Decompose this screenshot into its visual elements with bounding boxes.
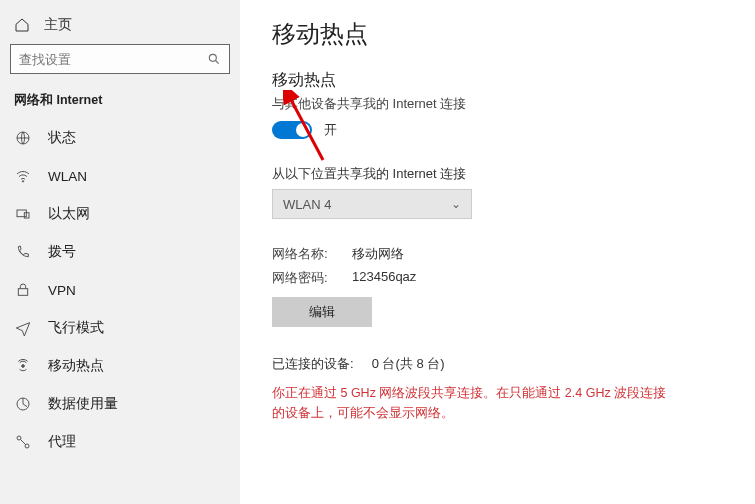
sidebar-item-wlan[interactable]: WLAN [0,157,240,195]
sidebar-item-ethernet[interactable]: 以太网 [0,195,240,233]
share-description: 与其他设备共享我的 Internet 连接 [272,95,755,113]
search-icon [207,52,221,66]
sidebar-item-label: 拨号 [48,243,76,261]
sidebar-item-label: 代理 [48,433,76,451]
sidebar-item-airplane[interactable]: 飞行模式 [0,309,240,347]
wifi-icon [14,167,32,185]
search-input[interactable] [19,52,207,67]
share-from-dropdown[interactable]: WLAN 4 ⌄ [272,189,472,219]
sidebar-item-label: 移动热点 [48,357,104,375]
sidebar-item-proxy[interactable]: 代理 [0,423,240,461]
svg-point-7 [22,365,25,368]
net-pass-label: 网络密码: [272,269,352,287]
sidebar-section-title: 网络和 Internet [0,86,240,119]
hotspot-icon [14,357,32,375]
svg-rect-6 [18,289,27,296]
chevron-down-icon: ⌄ [451,197,461,211]
status-icon [14,129,32,147]
sidebar-item-dialup[interactable]: 拨号 [0,233,240,271]
share-from-label: 从以下位置共享我的 Internet 连接 [272,165,755,183]
toggle-state-label: 开 [324,121,337,139]
home-link[interactable]: 主页 [0,10,240,44]
ethernet-icon [14,205,32,223]
sidebar-item-label: WLAN [48,169,87,184]
search-input-wrap[interactable] [10,44,230,74]
sidebar-item-label: 状态 [48,129,76,147]
home-label: 主页 [44,16,72,34]
sidebar: 主页 网络和 Internet 状态 WLAN 以太网 拨号 [0,0,240,504]
page-title: 移动热点 [272,18,755,50]
content-pane: 移动热点 移动热点 与其他设备共享我的 Internet 连接 开 从以下位置共… [240,0,755,504]
airplane-icon [14,319,32,337]
sidebar-item-label: 飞行模式 [48,319,104,337]
sidebar-item-label: 数据使用量 [48,395,118,413]
vpn-icon [14,281,32,299]
datausage-icon [14,395,32,413]
dropdown-value: WLAN 4 [283,197,331,212]
sidebar-item-label: 以太网 [48,205,90,223]
hotspot-toggle[interactable] [272,121,312,139]
section-title: 移动热点 [272,70,755,91]
net-pass-value: 123456qaz [352,269,416,287]
warning-text: 你正在通过 5 GHz 网络波段共享连接。在只能通过 2.4 GHz 波段连接的… [272,383,672,423]
net-name-label: 网络名称: [272,245,352,263]
sidebar-item-datausage[interactable]: 数据使用量 [0,385,240,423]
svg-point-0 [209,54,216,61]
connected-label: 已连接的设备: [272,355,354,373]
net-name-value: 移动网络 [352,245,404,263]
svg-line-1 [216,61,219,64]
sidebar-item-label: VPN [48,283,76,298]
sidebar-item-status[interactable]: 状态 [0,119,240,157]
sidebar-item-hotspot[interactable]: 移动热点 [0,347,240,385]
dialup-icon [14,243,32,261]
connected-value: 0 台(共 8 台) [372,355,445,373]
svg-point-3 [22,181,23,182]
sidebar-item-vpn[interactable]: VPN [0,271,240,309]
home-icon [14,17,30,33]
proxy-icon [14,433,32,451]
svg-rect-4 [17,210,26,217]
edit-button[interactable]: 编辑 [272,297,372,327]
